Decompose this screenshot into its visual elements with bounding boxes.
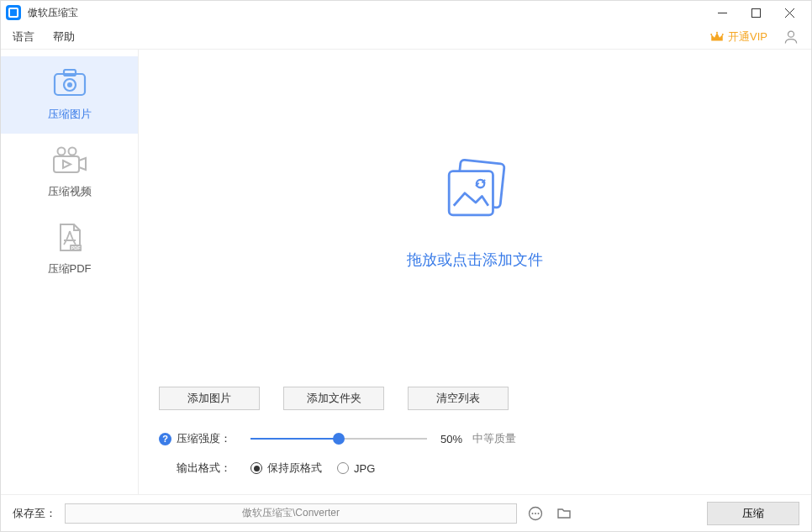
- radio-keep-format[interactable]: 保持原格式: [250, 461, 322, 476]
- browse-folder-button[interactable]: [554, 503, 574, 524]
- save-to-label: 保存至：: [13, 506, 56, 521]
- svg-point-2: [710, 34, 712, 35]
- sidebar-item-label: 压缩图片: [48, 107, 92, 122]
- add-folder-button[interactable]: 添加文件夹: [283, 387, 384, 410]
- user-icon[interactable]: [783, 29, 799, 45]
- radio-dot-icon: [250, 462, 262, 474]
- radio-label: JPG: [354, 462, 375, 475]
- svg-point-3: [722, 34, 724, 35]
- more-icon: [528, 506, 543, 521]
- strength-hint: 中等质量: [472, 431, 516, 446]
- add-image-button[interactable]: 添加图片: [159, 387, 260, 410]
- sidebar-item-pdf[interactable]: PDF 压缩PDF: [1, 211, 138, 288]
- svg-rect-15: [449, 171, 493, 214]
- close-icon: [785, 8, 794, 18]
- drop-hint: 拖放或点击添加文件: [407, 250, 543, 270]
- svg-point-8: [67, 82, 72, 87]
- radio-label: 保持原格式: [267, 461, 322, 476]
- svg-point-9: [57, 148, 65, 155]
- image-stack-icon: [440, 155, 510, 226]
- vip-button[interactable]: 开通VIP: [709, 29, 767, 45]
- pdf-icon: PDF: [55, 223, 85, 253]
- app-logo-icon: [6, 5, 21, 20]
- minimize-button[interactable]: [705, 1, 739, 24]
- maximize-button[interactable]: [739, 1, 772, 24]
- sidebar: 压缩图片 压缩视频 PDF: [1, 50, 139, 494]
- folder-icon: [556, 506, 572, 521]
- svg-point-20: [538, 513, 540, 514]
- svg-point-1: [716, 31, 718, 33]
- sidebar-item-video[interactable]: 压缩视频: [1, 134, 138, 211]
- strength-slider[interactable]: [250, 430, 427, 447]
- menu-help[interactable]: 帮助: [53, 29, 75, 45]
- radio-dot-icon: [337, 462, 349, 474]
- radio-jpg[interactable]: JPG: [337, 462, 375, 475]
- controls-panel: 添加图片 添加文件夹 清空列表 ? 压缩强度： 50% 中等质量 输出格式：: [139, 375, 811, 494]
- footer: 保存至： 压缩: [1, 494, 811, 531]
- svg-point-18: [532, 513, 534, 514]
- compress-button[interactable]: 压缩: [707, 502, 799, 525]
- svg-point-4: [788, 31, 794, 37]
- maximize-icon: [751, 8, 761, 18]
- drop-area[interactable]: 拖放或点击添加文件: [139, 50, 811, 375]
- clear-list-button[interactable]: 清空列表: [408, 387, 509, 410]
- strength-value: 50%: [440, 433, 462, 445]
- more-button[interactable]: [525, 503, 546, 524]
- svg-rect-6: [64, 70, 76, 76]
- svg-rect-0: [751, 8, 760, 17]
- sidebar-item-image[interactable]: 压缩图片: [1, 56, 138, 134]
- slider-thumb[interactable]: [333, 433, 345, 445]
- app-title: 傲软压缩宝: [28, 6, 78, 20]
- sidebar-item-label: 压缩视频: [48, 184, 92, 199]
- svg-point-10: [68, 148, 76, 155]
- menubar: 语言 帮助 开通VIP: [1, 24, 811, 50]
- camera-icon: [52, 69, 87, 97]
- video-icon: [52, 146, 87, 175]
- svg-rect-11: [54, 156, 79, 172]
- svg-text:PDF: PDF: [71, 245, 81, 250]
- strength-label: 压缩强度：: [177, 431, 235, 446]
- menu-language[interactable]: 语言: [13, 29, 34, 45]
- info-icon[interactable]: ?: [159, 433, 171, 445]
- save-path-input[interactable]: [65, 503, 517, 524]
- vip-label: 开通VIP: [728, 29, 767, 45]
- minimize-icon: [718, 8, 727, 18]
- output-format-label: 输出格式：: [177, 461, 235, 476]
- close-button[interactable]: [772, 1, 806, 24]
- sidebar-item-label: 压缩PDF: [48, 261, 92, 277]
- titlebar: 傲软压缩宝: [1, 1, 811, 24]
- crown-icon: [709, 29, 725, 45]
- svg-point-19: [535, 513, 536, 514]
